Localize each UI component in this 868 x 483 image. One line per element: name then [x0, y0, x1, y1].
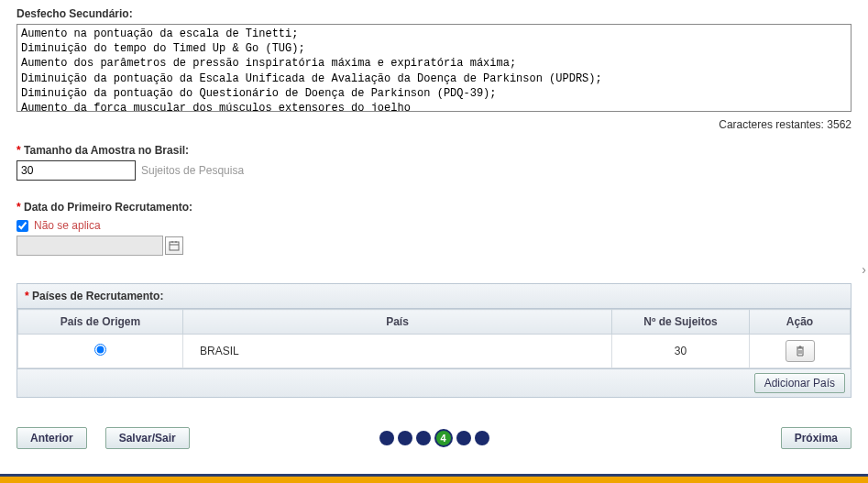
- step-dot-4[interactable]: 4: [434, 429, 453, 447]
- step-dot-6[interactable]: [475, 431, 489, 445]
- th-sujeitos: Nº de Sujeitos: [612, 310, 750, 335]
- data-recrutamento-input: [16, 236, 163, 256]
- calendar-icon[interactable]: [165, 236, 183, 255]
- trash-icon: [795, 346, 806, 357]
- amostra-label: Tamanho da Amostra no Brasil:: [16, 144, 852, 157]
- desfecho-label: Desfecho Secundário:: [16, 7, 852, 20]
- paises-panel-header: Países de Recrutamento:: [17, 284, 851, 309]
- salvar-sair-button[interactable]: Salvar/Sair: [105, 427, 190, 449]
- bottom-bar: [0, 474, 868, 483]
- table-row: BRASIL 30: [18, 335, 851, 368]
- td-sujeitos: 30: [612, 335, 750, 368]
- nao-aplica-label: Não se aplica: [34, 219, 101, 232]
- step-dot-2[interactable]: [398, 431, 412, 445]
- desfecho-textarea[interactable]: [16, 24, 852, 112]
- wizard-steps: 4: [379, 429, 489, 447]
- char-count: Caracteres restantes: 3562: [16, 118, 852, 131]
- svg-rect-0: [170, 242, 179, 250]
- origem-radio[interactable]: [94, 344, 106, 356]
- step-dot-5[interactable]: [456, 431, 471, 445]
- td-pais: BRASIL: [183, 335, 612, 368]
- th-acao: Ação: [750, 310, 851, 335]
- th-origem: País de Origem: [18, 310, 183, 335]
- paises-table: País de Origem País Nº de Sujeitos Ação …: [17, 309, 851, 368]
- right-caret-icon[interactable]: ›: [862, 262, 866, 277]
- amostra-input[interactable]: [16, 160, 136, 181]
- proxima-button[interactable]: Próxima: [781, 427, 852, 449]
- step-dot-3[interactable]: [416, 431, 431, 445]
- paises-panel: Países de Recrutamento: País de Origem P…: [16, 283, 852, 398]
- th-pais: País: [183, 310, 612, 335]
- adicionar-pais-button[interactable]: Adicionar País: [754, 373, 845, 393]
- nao-aplica-checkbox[interactable]: [16, 220, 28, 232]
- data-recrutamento-label: Data do Primeiro Recrutamento:: [16, 201, 852, 214]
- anterior-button[interactable]: Anterior: [16, 427, 87, 449]
- amostra-hint: Sujeitos de Pesquisa: [141, 164, 244, 177]
- delete-row-button[interactable]: [786, 340, 815, 362]
- step-dot-1[interactable]: [379, 431, 394, 445]
